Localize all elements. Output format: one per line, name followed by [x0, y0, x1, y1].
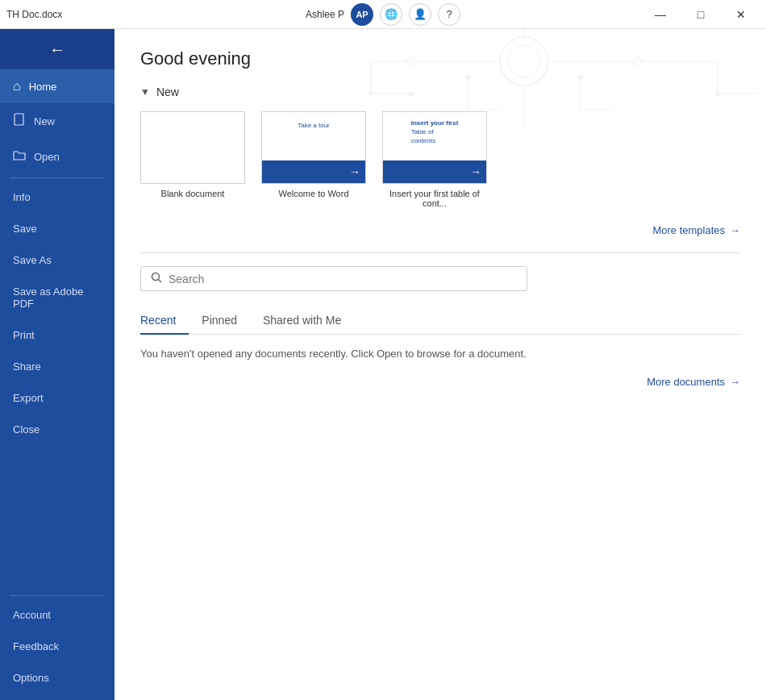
user-name: Ashlee P — [306, 9, 344, 20]
template-welcome-label: Welcome to Word — [278, 189, 348, 198]
title-bar-center: Ashlee P AP 🌐 👤 ? — [306, 3, 460, 26]
avatar[interactable]: AP — [351, 3, 373, 26]
more-documents-arrow-icon: → — [730, 376, 740, 388]
sidebar-item-options-label: Options — [13, 672, 49, 684]
more-docs-row: More documents → — [140, 373, 740, 391]
people-icon[interactable]: 👤 — [409, 3, 431, 26]
table-arrow-icon: → — [470, 165, 481, 178]
svg-line-25 — [159, 280, 162, 283]
welcome-thumb-bottom: → — [262, 160, 365, 183]
welcome-thumb-top: Take a tour — [291, 112, 336, 130]
new-section-label: New — [156, 85, 179, 98]
search-icon — [151, 272, 162, 285]
empty-state-text: You haven't opened any documents recentl… — [140, 348, 740, 360]
section-toggle-icon[interactable]: ▼ — [140, 86, 150, 98]
tabs: Recent Pinned Shared with Me — [140, 307, 740, 335]
more-templates-arrow-icon: → — [730, 224, 740, 236]
sidebar-bottom: Account Feedback Options — [0, 599, 114, 700]
main-content: Good evening ▼ New Blank document — [114, 29, 766, 700]
sidebar-item-save-as-label: Save As — [13, 254, 52, 266]
open-icon — [13, 148, 26, 165]
back-button[interactable]: ← — [0, 29, 114, 69]
title-bar-controls: — □ ✕ — [642, 0, 760, 29]
title-bar: TH Doc.docx Ashlee P AP 🌐 👤 ? — □ ✕ — [0, 0, 766, 29]
app-body: ← ⌂ Home New Open I — [0, 29, 766, 700]
section-divider — [140, 252, 740, 253]
sidebar-item-home-label: Home — [29, 81, 57, 93]
sidebar-item-save-as-pdf[interactable]: Save as Adobe PDF — [0, 276, 114, 319]
welcome-subtitle: Take a tour — [291, 122, 336, 130]
back-icon: ← — [49, 40, 65, 59]
sidebar-divider-1 — [10, 177, 105, 178]
template-blank[interactable]: Blank document — [140, 111, 245, 208]
template-table-label: Insert your first table of cont... — [382, 189, 487, 208]
sidebar-item-account[interactable]: Account — [0, 599, 114, 631]
search-box — [140, 266, 527, 291]
sidebar-item-open[interactable]: Open — [0, 139, 114, 174]
main-inner: Good evening ▼ New Blank document — [114, 29, 766, 410]
more-documents-label: More documents — [647, 376, 725, 388]
sidebar-item-new[interactable]: New — [0, 103, 114, 139]
sidebar-item-open-label: Open — [34, 151, 60, 163]
sidebar-item-close[interactable]: Close — [0, 414, 114, 445]
sidebar-item-info[interactable]: Info — [0, 181, 114, 213]
more-templates-label: More templates — [652, 224, 725, 236]
sidebar-item-share-label: Share — [13, 360, 41, 373]
tab-shared[interactable]: Shared with Me — [250, 307, 354, 335]
template-table[interactable]: Insert your first Table of contents → In… — [382, 111, 487, 208]
template-table-thumb: Insert your first Table of contents → — [382, 111, 487, 184]
more-templates-button[interactable]: More templates → — [652, 221, 740, 240]
templates-row: Blank document Take a tour → Welcome to … — [140, 111, 740, 208]
sidebar-item-info-label: Info — [13, 191, 31, 203]
sidebar-item-new-label: New — [34, 115, 55, 127]
title-bar-left: TH Doc.docx — [6, 9, 62, 20]
sidebar-nav: ⌂ Home New Open Info Save — [0, 69, 114, 700]
new-icon — [13, 113, 26, 129]
sidebar-item-feedback-label: Feedback — [13, 640, 59, 652]
template-welcome-thumb: Take a tour → — [261, 111, 366, 184]
sidebar-item-export-label: Export — [13, 392, 44, 404]
sidebar-item-print[interactable]: Print — [0, 319, 114, 351]
template-blank-label: Blank document — [161, 189, 225, 198]
sidebar-item-save[interactable]: Save — [0, 213, 114, 244]
sidebar-item-export[interactable]: Export — [0, 382, 114, 414]
sidebar-item-save-as[interactable]: Save As — [0, 244, 114, 276]
maximize-button[interactable]: □ — [682, 0, 719, 29]
template-welcome[interactable]: Take a tour → Welcome to Word — [261, 111, 366, 208]
sidebar-item-close-label: Close — [13, 423, 40, 435]
sidebar: ← ⌂ Home New Open I — [0, 29, 114, 700]
home-icon: ⌂ — [13, 79, 21, 94]
table-thumb-bottom: → — [383, 160, 486, 183]
more-documents-button[interactable]: More documents → — [647, 373, 740, 391]
greeting: Good evening — [140, 48, 740, 69]
close-button[interactable]: ✕ — [722, 0, 760, 29]
sidebar-item-save-label: Save — [13, 223, 37, 235]
svg-rect-0 — [15, 114, 23, 125]
new-section-header: ▼ New — [140, 85, 740, 98]
svg-point-24 — [152, 273, 160, 281]
sidebar-item-share[interactable]: Share — [0, 351, 114, 382]
template-blank-thumb — [140, 111, 245, 184]
minimize-button[interactable]: — — [642, 0, 679, 29]
globe-icon[interactable]: 🌐 — [380, 3, 402, 26]
sidebar-item-save-as-pdf-label: Save as Adobe PDF — [13, 285, 102, 310]
sidebar-divider-2 — [10, 595, 105, 596]
sidebar-item-print-label: Print — [13, 329, 35, 341]
doc-name: TH Doc.docx — [6, 9, 62, 20]
sidebar-item-feedback[interactable]: Feedback — [0, 631, 114, 662]
more-templates-row: More templates → — [140, 221, 740, 240]
table-thumb-top: Insert your first Table of contents — [405, 112, 465, 152]
welcome-arrow-icon: → — [349, 165, 360, 178]
sidebar-item-options[interactable]: Options — [0, 662, 114, 694]
tab-pinned[interactable]: Pinned — [189, 307, 250, 335]
search-input[interactable] — [169, 273, 517, 285]
tab-recent[interactable]: Recent — [140, 307, 189, 335]
sidebar-item-home[interactable]: ⌂ Home — [0, 69, 114, 103]
help-button[interactable]: ? — [438, 3, 460, 26]
sidebar-item-account-label: Account — [13, 609, 51, 621]
